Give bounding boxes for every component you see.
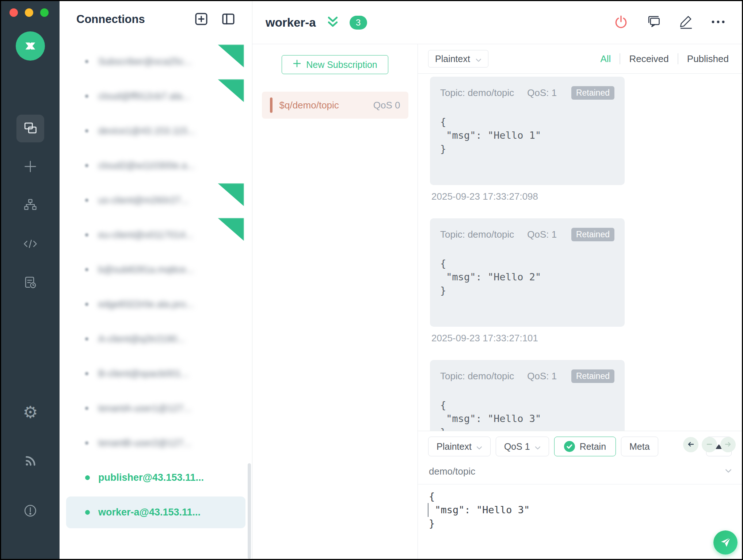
- payload-format-value: Plaintext: [435, 54, 470, 64]
- text-caret: [428, 503, 428, 517]
- mqttx-logo: [16, 31, 45, 61]
- check-icon: [564, 441, 575, 452]
- publish-format-select[interactable]: Plaintext: [428, 437, 491, 456]
- collapse-messages-button[interactable]: [326, 15, 339, 31]
- subscription-item[interactable]: $q/demo/topic QoS 0: [262, 92, 408, 119]
- close-window-button[interactable]: [9, 8, 18, 17]
- history-prev-button[interactable]: [683, 437, 698, 452]
- sidebar-item-topology[interactable]: [16, 192, 44, 220]
- connection-status-dot: [85, 337, 88, 341]
- connection-status-dot: [85, 407, 88, 410]
- edit-connection-button[interactable]: [678, 14, 694, 31]
- connection-row-blurred[interactable]: edge8322r0e.ala.pro...: [60, 287, 252, 322]
- minus-icon: [706, 441, 713, 449]
- collapse-panel-button[interactable]: [221, 11, 236, 28]
- connection-row-blurred[interactable]: us-client@m260r27...: [60, 183, 252, 218]
- connection-row-blurred[interactable]: device1@43.153.115...: [60, 114, 252, 148]
- message-timestamp: 2025-09-23 17:33:27:098: [431, 191, 730, 202]
- tab-received[interactable]: Received: [620, 53, 677, 64]
- sidebar-item-about[interactable]: [16, 498, 44, 525]
- gear-icon: ⚙: [23, 404, 38, 421]
- connection-row-blurred[interactable]: cloud@ff912cb7.ala...: [60, 79, 252, 114]
- new-subscription-label: New Subscription: [306, 60, 377, 70]
- publish-qos-value: QoS 1: [504, 441, 530, 452]
- connection-row-blurred[interactable]: cloud2@w110300e.a...: [60, 148, 252, 183]
- retain-toggle[interactable]: Retain: [554, 437, 616, 456]
- publish-topic-input[interactable]: demo/topic: [418, 459, 742, 484]
- connected-corner-badge: [218, 183, 244, 206]
- message-qos: QoS: 1: [527, 229, 557, 240]
- power-icon: [613, 14, 629, 31]
- connection-row-blurred[interactable]: tenantA-user1@127...: [60, 391, 252, 426]
- ellipsis-icon: [710, 19, 726, 26]
- panel-layout-icon: [221, 11, 236, 28]
- sidebar-item-new-connection[interactable]: [16, 153, 44, 181]
- log-history-icon: [22, 275, 38, 292]
- meta-label: Meta: [629, 441, 650, 452]
- payload-history-controls: [683, 437, 736, 452]
- main-area: worker-a 3: [252, 1, 742, 559]
- history-next-button[interactable]: [720, 437, 736, 452]
- message-payload: { "msg": "Hello 2" }: [440, 257, 614, 297]
- connection-status-dot: [85, 95, 88, 98]
- more-options-button[interactable]: [710, 19, 726, 26]
- tab-all[interactable]: All: [591, 53, 620, 64]
- connection-row-blurred[interactable]: eu-client@o0117014...: [60, 218, 252, 252]
- payload-format-select[interactable]: Plaintext: [428, 50, 488, 68]
- connection-row-blurred[interactable]: Subscriber@oca25c...: [60, 44, 252, 79]
- history-clear-button[interactable]: [702, 437, 717, 452]
- sidebar-item-script[interactable]: [16, 231, 44, 258]
- connection-status-dot: [85, 129, 88, 133]
- tab-published[interactable]: Published: [678, 53, 732, 64]
- disconnect-button[interactable]: [613, 14, 629, 31]
- message-card: Topic: demo/topic QoS: 1 Retained { "msg…: [430, 218, 625, 327]
- connection-row-blurred[interactable]: B-client@spacb001...: [60, 356, 252, 391]
- sidebar-item-log[interactable]: [16, 269, 44, 297]
- header-actions: [613, 14, 726, 31]
- minimize-window-button[interactable]: [25, 8, 33, 17]
- connection-row-blurred[interactable]: A-client@q2tr2190...: [60, 322, 252, 356]
- chevron-down-icon: [476, 54, 481, 64]
- traffic-lights: [1, 1, 49, 17]
- message-topic: Topic: demo/topic: [440, 229, 514, 240]
- connected-corner-badge: [218, 218, 244, 241]
- message-topic: Topic: demo/topic: [440, 371, 514, 382]
- connection-status-dot: [85, 372, 88, 375]
- sidebar-item-broadcast[interactable]: [16, 448, 44, 476]
- code-icon: [22, 236, 38, 253]
- new-connection-button[interactable]: [194, 11, 209, 28]
- publish-qos-select[interactable]: QoS 1: [496, 437, 549, 456]
- view-messages-button[interactable]: [645, 14, 662, 31]
- retained-badge: Retained: [571, 228, 614, 241]
- plus-icon: [22, 158, 39, 176]
- send-button[interactable]: [713, 530, 738, 555]
- connected-green-dot: [85, 475, 90, 480]
- connections-panel: Connections: [60, 1, 252, 559]
- connection-row-publisher[interactable]: publisher@43.153.11...: [60, 460, 252, 495]
- connection-row-blurred[interactable]: tenantB-user2@127...: [60, 426, 252, 460]
- chat-bubbles-icon: [645, 14, 662, 31]
- meta-button[interactable]: Meta: [621, 437, 658, 456]
- message-payload: { "msg": "Hello 3" }: [440, 398, 614, 431]
- publish-payload-editor[interactable]: { "msg": "Hello 3" }: [418, 484, 742, 559]
- connection-status-dot: [85, 441, 88, 445]
- arrow-right-icon: [724, 441, 732, 449]
- zoom-window-button[interactable]: [40, 8, 49, 17]
- retain-label: Retain: [580, 441, 606, 452]
- message-payload: { "msg": "Hello 1" }: [440, 115, 614, 156]
- sidebar-item-connections[interactable]: [16, 115, 44, 142]
- app-sidebar: ⚙: [1, 1, 60, 559]
- connection-row-blurred[interactable]: b@sub8281a.mqttce...: [60, 252, 252, 287]
- message-qos: QoS: 1: [527, 87, 557, 99]
- subscriptions-column: New Subscription $q/demo/topic QoS 0: [252, 44, 418, 559]
- topology-icon: [22, 197, 38, 215]
- messages-toolbar: Plaintext All Received Published: [418, 44, 742, 74]
- connection-status-dot: [85, 233, 88, 237]
- connection-row-worker-a[interactable]: worker-a@43.153.11...: [60, 495, 252, 530]
- sidebar-item-settings[interactable]: ⚙: [16, 398, 44, 426]
- new-subscription-button[interactable]: New Subscription: [282, 55, 388, 74]
- connections-scrollbar[interactable]: [248, 463, 251, 559]
- subscription-color-bar: [270, 97, 273, 113]
- double-chevron-down-icon: [326, 15, 339, 31]
- chevron-down-icon: [476, 441, 482, 452]
